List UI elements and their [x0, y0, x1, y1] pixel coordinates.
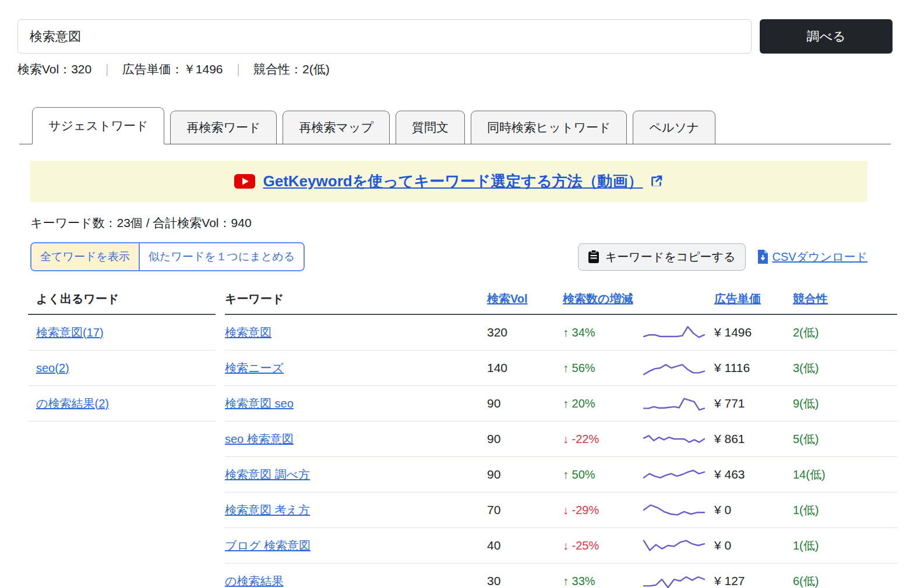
change-cell: ↑ 20%: [563, 397, 641, 410]
trend-sparkline: [641, 322, 707, 343]
keyword-link[interactable]: seo 検索意図: [225, 433, 294, 445]
competition-cell: 9(低): [793, 396, 845, 412]
change-cell: ↑ 50%: [563, 468, 641, 481]
table-row: 検索意図 考え方70↓ -29%¥ 01(低): [225, 493, 897, 528]
frequent-word-link[interactable]: seo(2): [36, 362, 69, 375]
trend-cell: [641, 357, 714, 378]
header-keyword: キーワード: [225, 291, 487, 307]
toggle-group-similar[interactable]: 似たワードを１つにまとめる: [139, 243, 304, 270]
frequent-word-link[interactable]: 検索意図(17): [36, 325, 104, 341]
up-arrow-icon: ↑: [563, 397, 569, 410]
volume-cell: 30: [487, 574, 563, 588]
keyword-summary: キーワード数：23個 / 合計検索Vol：940: [30, 215, 880, 231]
keyword-link[interactable]: 検索意図 調べ方: [225, 468, 310, 481]
table-row: seo 検索意図90↓ -22%¥ 8615(低): [225, 421, 897, 457]
youtube-icon: [234, 174, 255, 189]
external-link-icon: [649, 174, 664, 189]
trend-cell: [641, 428, 714, 449]
export-controls: キーワードをコピーする CSVダウンロード: [578, 243, 867, 271]
trend-cell: [641, 571, 714, 588]
tab-research-word[interactable]: 再検索ワード: [170, 111, 277, 144]
cpc-cell: ¥ 463: [714, 467, 793, 481]
down-arrow-icon: ↓: [563, 539, 569, 552]
tab-co-search[interactable]: 同時検索ヒットワード: [471, 111, 627, 144]
stats-separator: ｜: [232, 61, 245, 77]
trend-cell: [641, 322, 714, 343]
frequent-word-link[interactable]: の検索結果(2): [36, 396, 109, 412]
trend-sparkline: [641, 393, 707, 414]
volume-cell: 70: [487, 503, 563, 517]
clipboard-icon: [588, 250, 599, 264]
volume-cell: 320: [487, 325, 563, 339]
trend-cell: [641, 535, 714, 556]
trend-cell: [641, 393, 714, 414]
table-row: ブログ 検索意図40↓ -25%¥ 01(低): [225, 528, 897, 564]
search-input[interactable]: [17, 19, 752, 54]
change-cell: ↓ -29%: [563, 504, 641, 517]
header-competition-sort[interactable]: 競合性: [793, 292, 828, 305]
stats-item: 広告単価：￥1496: [122, 61, 223, 77]
keyword-link[interactable]: 検索ニーズ: [225, 362, 284, 374]
tab-question[interactable]: 質問文: [396, 111, 465, 144]
trend-sparkline: [641, 571, 707, 588]
keyword-link[interactable]: ブログ 検索意図: [225, 539, 311, 552]
keyword-link[interactable]: 検索意図 考え方: [225, 504, 310, 516]
tab-research-map[interactable]: 再検索マップ: [283, 111, 389, 144]
cpc-cell: ¥ 771: [714, 396, 793, 410]
volume-cell: 40: [487, 539, 563, 552]
down-arrow-icon: ↓: [563, 433, 569, 445]
change-cell: ↑ 33%: [563, 575, 641, 588]
up-arrow-icon: ↑: [563, 362, 569, 374]
cpc-cell: ¥ 0: [714, 503, 793, 517]
trend-sparkline: [641, 464, 707, 485]
search-button[interactable]: 調べる: [760, 19, 893, 54]
keyword-table: キーワード 検索Vol 検索数の増減 広告単価 競合性 検索意図320↑ 34%…: [225, 285, 897, 588]
csv-download-icon: [757, 250, 768, 264]
stats-item: 競合性：2(低): [253, 61, 330, 77]
frequent-word-row: seo(2): [28, 350, 216, 386]
keyword-link[interactable]: 検索意図: [225, 326, 271, 339]
stats-separator: ｜: [101, 61, 113, 77]
table-row: 検索意図 seo90↑ 20%¥ 7719(低): [225, 386, 897, 421]
table-row: の検索結果30↑ 33%¥ 1276(低): [225, 564, 897, 588]
results-area: よく出るワード 検索意図(17)seo(2)の検索結果(2) キーワード 検索V…: [28, 285, 897, 588]
header-cpc-sort[interactable]: 広告単価: [714, 292, 761, 305]
volume-cell: 90: [487, 467, 563, 481]
frequent-word-row: の検索結果(2): [28, 386, 216, 421]
toggle-show-all[interactable]: 全てワードを表示: [31, 243, 139, 270]
change-cell: ↑ 56%: [563, 362, 641, 375]
frequent-words-column: よく出るワード 検索意図(17)seo(2)の検索結果(2): [28, 285, 216, 588]
volume-cell: 90: [487, 432, 563, 446]
stats-item: 検索Vol：320: [17, 61, 91, 77]
competition-cell: 6(低): [793, 573, 845, 588]
tab-persona[interactable]: ペルソナ: [633, 111, 715, 144]
keyword-link[interactable]: の検索結果: [225, 575, 283, 587]
video-banner-link-label: GetKeywordを使ってキーワード選定する方法（動画）: [263, 171, 643, 192]
cpc-cell: ¥ 127: [714, 574, 793, 588]
video-banner-link[interactable]: GetKeywordを使ってキーワード選定する方法（動画）: [263, 171, 663, 192]
header-volume-sort[interactable]: 検索Vol: [487, 292, 528, 305]
csv-download-link[interactable]: CSVダウンロード: [757, 249, 867, 265]
competition-cell: 1(低): [793, 502, 845, 518]
trend-sparkline: [641, 500, 707, 520]
tab-suggest[interactable]: サジェストワード: [32, 107, 164, 144]
competition-cell: 1(低): [793, 538, 845, 554]
table-row: 検索ニーズ140↑ 56%¥ 11163(低): [225, 350, 897, 386]
change-cell: ↑ 34%: [563, 326, 641, 339]
competition-cell: 2(低): [793, 325, 845, 341]
keyword-link[interactable]: 検索意図 seo: [225, 397, 294, 410]
table-body: 検索意図320↑ 34%¥ 14962(低)検索ニーズ140↑ 56%¥ 111…: [225, 315, 897, 588]
change-cell: ↓ -25%: [563, 539, 641, 552]
trend-sparkline: [641, 428, 707, 449]
trend-cell: [641, 464, 714, 485]
table-row: 検索意図320↑ 34%¥ 14962(低): [225, 315, 897, 350]
frequent-words-list: 検索意図(17)seo(2)の検索結果(2): [28, 315, 216, 421]
competition-cell: 5(低): [793, 431, 845, 447]
header-change-sort[interactable]: 検索数の増減: [563, 292, 633, 305]
change-cell: ↓ -22%: [563, 433, 641, 446]
csv-download-label: CSVダウンロード: [773, 249, 867, 265]
copy-keywords-button[interactable]: キーワードをコピーする: [578, 243, 746, 271]
stats-bar: 検索Vol：320｜広告単価：￥1496｜競合性：2(低): [17, 61, 893, 77]
cpc-cell: ¥ 1496: [714, 325, 793, 339]
table-header-row: キーワード 検索Vol 検索数の増減 広告単価 競合性: [225, 285, 897, 315]
